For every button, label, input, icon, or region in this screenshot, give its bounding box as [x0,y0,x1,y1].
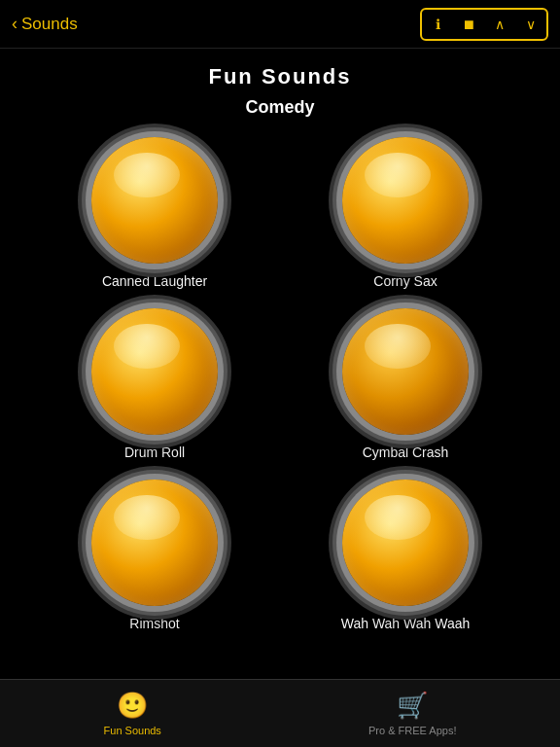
sound-button-wah-wah[interactable] [342,480,469,606]
sound-label-corny-sax: Corny Sax [373,273,437,289]
header-controls: ℹ ⏹ ∧ ∨ [420,8,548,41]
back-chevron-icon: ‹ [12,14,18,34]
tab-fun-sounds[interactable]: 🙂Fun Sounds [104,691,161,736]
sound-item-rimshot[interactable]: Rimshot [91,480,218,631]
tab-pro-free[interactable]: 🛒Pro & FREE Apps! [368,691,456,736]
page-title: Fun Sounds [0,64,560,89]
header: ‹ Sounds ℹ ⏹ ∧ ∨ [0,0,560,49]
sound-label-canned-laughter: Canned Laughter [102,273,207,289]
sound-button-corny-sax[interactable] [342,137,469,264]
sound-label-rimshot: Rimshot [129,616,179,631]
sound-item-drum-roll[interactable]: Drum Roll [91,308,218,460]
stop-button[interactable]: ⏹ [455,12,482,37]
sound-button-canned-laughter[interactable] [91,137,218,264]
sounds-grid: Canned LaughterCorny SaxDrum RollCymbal … [0,127,560,641]
tab-icon-fun-sounds: 🙂 [117,691,148,721]
tab-label-fun-sounds: Fun Sounds [104,725,161,736]
sound-item-canned-laughter[interactable]: Canned Laughter [91,137,218,289]
back-label: Sounds [21,15,78,34]
sound-label-cymbal-crash: Cymbal Crash [363,445,449,460]
sound-button-drum-roll[interactable] [91,308,218,435]
info-button[interactable]: ℹ [424,12,451,37]
sound-item-cymbal-crash[interactable]: Cymbal Crash [342,308,469,460]
sound-button-cymbal-crash[interactable] [342,308,469,435]
back-button[interactable]: ‹ Sounds [12,14,78,34]
tab-bar: 🙂Fun Sounds🛒Pro & FREE Apps! [0,679,560,747]
tab-label-pro-free: Pro & FREE Apps! [368,725,456,736]
prev-button[interactable]: ∧ [486,12,513,37]
sound-item-corny-sax[interactable]: Corny Sax [342,137,469,289]
sound-label-drum-roll: Drum Roll [124,445,185,460]
sound-item-wah-wah[interactable]: Wah Wah Wah Waah [341,480,471,631]
section-label: Comedy [0,97,560,118]
main-content: Fun Sounds Comedy Canned LaughterCorny S… [0,64,560,709]
next-button[interactable]: ∨ [517,12,544,37]
tab-icon-pro-free: 🛒 [397,691,428,721]
sound-label-wah-wah: Wah Wah Wah Waah [341,616,471,631]
sound-button-rimshot[interactable] [91,480,218,606]
